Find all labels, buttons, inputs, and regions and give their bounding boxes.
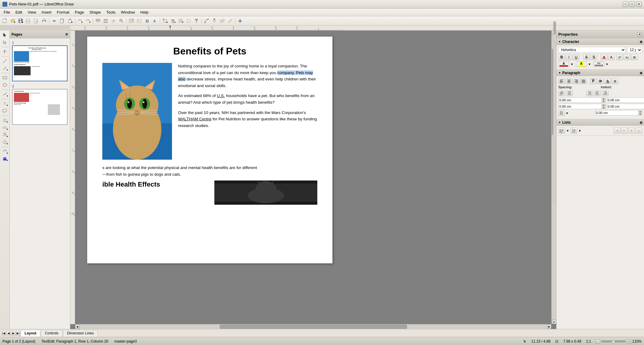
new-button[interactable] [1,18,8,24]
insert-line-button[interactable] [226,18,234,24]
font-size-select[interactable]: 12 pt 10 pt 14 pt [627,47,642,53]
above-spin-up[interactable]: ▲ [602,97,605,100]
export-pdf-button[interactable]: PDF [25,18,32,24]
position-size-button[interactable]: ▼ [161,18,169,24]
hscroll-left[interactable]: ◀ [75,325,79,329]
gluepoints-button[interactable] [211,18,218,24]
nav-first-button[interactable]: |◀ [1,331,6,336]
menu-help[interactable]: Help [138,9,151,15]
right-indent-field[interactable] [607,98,644,102]
crop-button[interactable] [185,18,192,24]
above-spin-down[interactable]: ▼ [602,100,605,103]
font-color-button[interactable]: A [558,61,569,67]
fontwork-button[interactable]: A [151,18,159,24]
smiley-tool[interactable]: ▼ [1,139,9,145]
hscroll-right[interactable]: ▶ [547,325,551,329]
align-center-button[interactable] [566,78,572,84]
edit-points-button[interactable] [203,18,210,24]
select-tool[interactable] [1,32,9,38]
valign-bottom-button[interactable] [604,78,611,84]
menu-tools[interactable]: Tools [104,9,118,15]
save-button[interactable]: ▼ [17,18,24,24]
valign-center-button[interactable] [597,78,604,84]
para-extra-button[interactable]: ⊞ [612,78,618,84]
copy-button[interactable] [58,18,66,24]
open-button[interactable]: ▼ [9,18,16,24]
char-extra-button[interactable]: ⊞ [631,54,638,60]
firstline-spin-up[interactable]: ▲ [638,110,642,113]
menu-page[interactable]: Page [72,9,86,15]
export-button[interactable] [33,18,40,24]
special-indent-btn[interactable] [602,90,609,96]
menu-insert[interactable]: Insert [39,9,54,15]
point-select-tool[interactable] [1,39,9,46]
zoom-out-button[interactable]: − [596,339,600,343]
snap-points-button[interactable] [110,18,117,24]
character-section-header[interactable]: ▼ Character ⊞ [556,38,644,45]
text-box-button[interactable]: T [136,18,143,24]
text-tool[interactable]: T ▼ [1,100,9,107]
lists-section-header[interactable]: ▼ Lists ⊞ [556,119,644,126]
char-spacing-dropdown[interactable]: ▼ [606,63,609,66]
menu-shape[interactable]: Shape [87,9,103,15]
font-color-dropdown[interactable]: ▼ [570,63,573,66]
below-spin-up[interactable]: ▲ [602,104,605,106]
block-arrow-tool[interactable]: ▼ [1,124,9,131]
para-more-icon[interactable]: ⊞ [640,71,642,75]
redo-button[interactable]: ▼ [84,18,91,24]
subscript-button[interactable]: x₂ [624,54,630,60]
color-fill-button[interactable] [236,18,244,24]
shadow-button[interactable]: ▼ [177,18,184,24]
unordered-list-button[interactable] [558,128,565,134]
menu-view[interactable]: View [25,9,38,15]
nav-next-button[interactable]: ▶ [11,331,16,336]
strikethrough-button[interactable]: S [583,54,590,60]
line-spacing-dropdown[interactable]: ▼ [566,112,569,115]
char-more-icon[interactable]: ⊞ [640,40,642,44]
align-button[interactable]: ▼ [169,18,177,24]
close-button[interactable]: ✕ [636,2,642,7]
above-para-btn[interactable] [558,90,565,96]
char-spacing-button[interactable]: AV [593,61,604,67]
line-tool[interactable] [1,58,9,64]
superscript-button[interactable]: x² [616,54,623,60]
paste-button[interactable]: ▼ [66,18,74,24]
color-tool[interactable]: ▼ [1,155,9,162]
nav-prev-button[interactable]: ◀ [6,331,11,336]
tab-controls[interactable]: Controls [41,330,62,337]
tab-dimension-lines[interactable]: Dimension Lines [63,330,98,337]
font-name-select[interactable]: Helvetica Arial Times New Roman [558,47,626,53]
menu-file[interactable]: File [1,9,12,15]
zoom-select-tool[interactable] [1,48,9,55]
menu-window[interactable]: Window [118,9,137,15]
image-button[interactable] [128,18,135,24]
star-tool[interactable]: ▼ [1,117,9,124]
filter-button[interactable] [193,18,200,24]
italic-button[interactable]: I [566,54,572,60]
pages-panel-close[interactable]: ✕ [65,32,68,37]
below-spacing-field[interactable] [559,105,602,108]
flowchart-tool[interactable]: ▼ [1,132,9,138]
page-2-thumbnail[interactable]: Continuing Benefits lorem ipsum text con… [12,89,68,125]
zoom-thumb[interactable] [612,340,615,343]
toggle-extrusion-button[interactable] [219,18,226,24]
lists-more-icon[interactable]: ⊞ [640,121,642,124]
line-spacing-icon[interactable] [558,110,565,116]
special-char-button[interactable]: Ω [144,18,151,24]
decrease-indent-btn[interactable] [594,90,601,96]
ellipse-tool[interactable] [1,82,9,88]
align-justify-button[interactable] [580,78,587,84]
list-forward-button[interactable]: → [614,128,620,134]
undo-button[interactable]: ▼ [76,18,84,24]
valign-top-button[interactable] [590,78,596,84]
paragraph-section-header[interactable]: ▼ Paragraph ⊞ [556,70,644,76]
snap-lines-button[interactable] [102,18,109,24]
menu-format[interactable]: Format [54,9,72,15]
left-indent-field[interactable] [607,105,644,108]
list-down-button[interactable]: ↓ [636,128,642,134]
unordered-dropdown[interactable]: ▼ [566,129,569,132]
rotate-tool[interactable]: ▼ [1,148,9,155]
list-back-button[interactable]: ← [621,128,628,134]
minimize-button[interactable]: ─ [623,2,628,7]
snap-grid-button[interactable] [94,18,101,24]
